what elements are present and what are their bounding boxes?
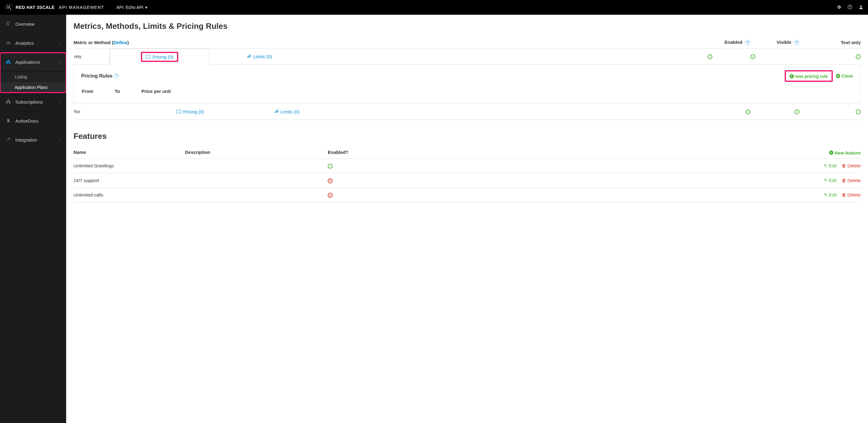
col-from: From	[82, 89, 93, 94]
brand-logo: RED HAT 3SCALE API MANAGEMENT	[5, 3, 104, 12]
brand-sub: API MANAGEMENT	[59, 5, 104, 10]
document-icon	[5, 118, 11, 124]
svg-point-2	[860, 5, 862, 7]
check-icon: ✓	[856, 109, 861, 114]
x-icon: ✕	[328, 178, 333, 183]
help-icon[interactable]	[847, 5, 852, 10]
feature-enabled-toggle[interactable]: ✕	[328, 192, 401, 198]
new-feature-button[interactable]: + New feature	[401, 149, 861, 156]
feature-actions: ✎Edit 🗑Delete	[401, 177, 861, 183]
highlight-applications: Applications ⌄ Listing Application Plans	[0, 53, 66, 92]
wrench-icon	[5, 137, 11, 143]
svg-rect-11	[276, 111, 276, 112]
check-icon: ✓	[750, 54, 755, 59]
sidebar-item-label: Integration	[15, 137, 37, 143]
brand-main: RED HAT 3SCALE	[16, 5, 55, 10]
sidebar-item-applications[interactable]: Applications ⌄	[0, 53, 66, 72]
bars-icon	[5, 40, 11, 46]
sidebar-item-analytics[interactable]: Analytics ›	[0, 34, 66, 53]
features-header-row: Name Description Enabled? + New feature	[73, 146, 861, 159]
sidebar-item-label: Analytics	[15, 40, 34, 46]
metric-row-foo: foo ○ Pricing (0) Limits (0) ✓ ✓ ✓	[73, 104, 861, 120]
new-pricing-rule-button[interactable]: + new pricing rule	[789, 74, 828, 79]
panel-title: Pricing Rules	[81, 73, 113, 79]
define-link[interactable]: Define	[113, 40, 127, 45]
metric-row-hits: Hits ○ Pricing (0) Limits (0) ✓	[73, 49, 861, 65]
sidebar-sub-listing[interactable]: Listing	[0, 72, 66, 82]
status-cells	[309, 49, 708, 64]
logo-icon	[5, 3, 13, 12]
highlight-pricing-tab: ○ Pricing (0)	[141, 52, 178, 62]
edit-button[interactable]: ✎Edit	[824, 192, 837, 198]
sidebar-item-subscriptions[interactable]: Subscriptions ›	[0, 92, 66, 112]
sidebar-item-activedocs[interactable]: ActiveDocs	[0, 112, 66, 131]
delete-button[interactable]: 🗑Delete	[842, 192, 861, 198]
delete-button[interactable]: 🗑Delete	[842, 177, 861, 183]
delete-button[interactable]: 🗑Delete	[842, 163, 861, 169]
metrics-header-row: Metric or Method (Define) Enabled ? Visi…	[73, 36, 861, 49]
close-button[interactable]: ✕ Close	[836, 74, 853, 79]
chevron-down-icon: ▾	[145, 5, 147, 10]
sidebar-item-label: Overview	[15, 22, 35, 27]
tab-limits[interactable]: Limits (0)	[210, 49, 309, 64]
sidebar-item-integration[interactable]: Integration ›	[0, 131, 66, 149]
pencil-icon: ✎	[824, 192, 828, 198]
status-textonly[interactable]: ✓	[799, 49, 861, 64]
feature-actions: ✎Edit 🗑Delete	[401, 192, 861, 198]
status-visible[interactable]: ✓	[750, 49, 799, 64]
feature-row: Unlimited Greetings ✓ ✎Edit 🗑Delete	[73, 159, 861, 173]
plus-icon: +	[789, 74, 794, 79]
help-icon[interactable]: ?	[114, 73, 119, 79]
cubes-icon	[5, 59, 11, 65]
trash-icon: 🗑	[842, 163, 846, 168]
chevron-down-icon: ⌄	[58, 60, 61, 64]
status-enabled[interactable]: ✓	[708, 49, 750, 64]
feature-enabled-toggle[interactable]: ✓	[328, 163, 401, 169]
map-icon	[5, 21, 11, 27]
svg-rect-12	[277, 110, 277, 112]
panel-header: Pricing Rules ? + new pricing rule ✕ Clo…	[81, 70, 853, 82]
metric-name: Hits	[73, 49, 110, 64]
col-to: To	[115, 89, 120, 94]
user-icon[interactable]	[859, 5, 863, 10]
sidebar-item-label: ActiveDocs	[15, 118, 38, 123]
metric-name: foo	[73, 109, 143, 114]
feature-actions: ✎Edit 🗑Delete	[401, 163, 861, 169]
edit-button[interactable]: ✎Edit	[824, 177, 837, 183]
chevron-right-icon: ›	[59, 100, 61, 104]
col-visible: Visible ?	[750, 39, 799, 45]
api-selector[interactable]: API: Echo API ▾	[116, 5, 147, 10]
x-icon: ✕	[328, 193, 333, 198]
help-icon[interactable]: ?	[794, 40, 799, 45]
check-icon: ✓	[708, 54, 712, 59]
trash-icon: 🗑	[842, 192, 846, 197]
gear-icon[interactable]	[836, 5, 841, 10]
edit-button[interactable]: ✎Edit	[824, 163, 837, 169]
feature-enabled-toggle[interactable]: ✕	[328, 177, 401, 183]
features-title: Features	[73, 132, 861, 141]
feature-row: 24/7 support ✕ ✎Edit 🗑Delete	[73, 173, 861, 188]
main-content: Metrics, Methods, Limits & Pricing Rules…	[66, 15, 868, 423]
status-visible[interactable]: ✓	[750, 109, 799, 114]
trash-icon: 🗑	[842, 178, 846, 183]
check-icon: ✓	[856, 54, 861, 59]
api-selector-label: API: Echo API	[116, 5, 143, 10]
check-icon: ✓	[795, 109, 799, 114]
money-icon: ○	[177, 110, 181, 113]
sidebar-item-overview[interactable]: Overview	[0, 15, 66, 34]
foo-limits-link[interactable]: Limits (0)	[243, 109, 342, 114]
feature-name: Unlimited calls	[73, 192, 185, 197]
foo-pricing-link[interactable]: ○ Pricing (0)	[143, 109, 243, 114]
pencil-icon: ✎	[824, 177, 828, 183]
sidebar-sub-application-plans[interactable]: Application Plans	[0, 82, 66, 92]
status-textonly[interactable]: ✓	[799, 109, 861, 114]
feature-row: Unlimited calls ✕ ✎Edit 🗑Delete	[73, 188, 861, 203]
svg-rect-4	[8, 41, 9, 44]
tab-limits-label: Limits (0)	[247, 54, 272, 59]
bars-icon	[274, 109, 279, 114]
col-textonly: Text only	[799, 40, 861, 45]
help-icon[interactable]: ?	[745, 40, 750, 45]
svg-rect-10	[275, 112, 275, 113]
status-enabled[interactable]: ✓	[708, 109, 750, 114]
tab-pricing[interactable]: ○ Pricing (0)	[110, 49, 210, 65]
